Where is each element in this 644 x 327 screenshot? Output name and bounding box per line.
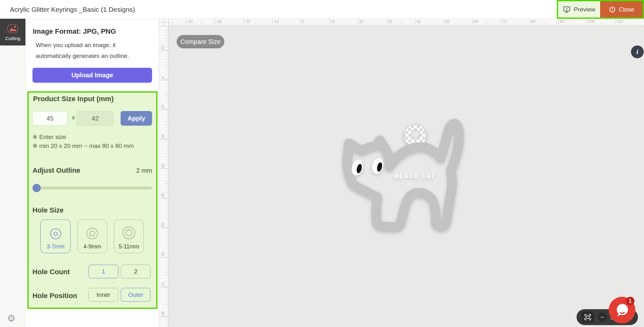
zoom-out-button[interactable]: − (598, 312, 607, 322)
hole-position-option-outer[interactable]: Outer (121, 288, 150, 302)
hole-size-option-4-9[interactable]: 4-9mm (77, 219, 107, 253)
adjust-outline-heading: Adjust Outline (32, 166, 80, 175)
hole-size-option-5-11[interactable]: 5-11mm (114, 219, 144, 253)
image-cut-icon (7, 24, 19, 34)
ruler-vertical: -1001020304050607080 (159, 26, 169, 327)
fit-screen-button[interactable] (581, 311, 594, 323)
hole-ring-icon (86, 227, 99, 241)
keyring-hole (411, 130, 420, 139)
description-line-2: automatically generates an outline. (36, 51, 129, 61)
description-line-1: When you upload an image, it (36, 40, 129, 51)
outline-slider[interactable] (32, 184, 152, 192)
hole-size-label: 3-7mm (46, 243, 64, 250)
outline-slider-thumb[interactable] (32, 184, 41, 192)
hole-count-option-1[interactable]: 1 (88, 265, 118, 278)
compare-size-button[interactable]: Compare Size (177, 35, 224, 48)
page-title: Acrylic Glitter Keyrings _Basic (1 Desig… (10, 0, 135, 19)
annotation-highlight-panel: Product Size Input (mm) x Apply ※ Enter … (27, 91, 158, 309)
info-button[interactable]: i (631, 45, 644, 58)
chat-badge: 1 (626, 297, 634, 305)
close-button-label: Close (619, 6, 634, 13)
design-text: BLACK CAT (395, 173, 435, 179)
upload-image-button[interactable]: Upload Image (32, 68, 152, 83)
design-canvas[interactable]: -40-30-20-100102030405060708090100110 -1… (159, 19, 644, 327)
tab-cutting[interactable]: Cutting (0, 19, 25, 45)
outline-value: 2 mm (136, 167, 152, 174)
settings-panel: Image Format: JPG, PNG When you upload a… (25, 19, 159, 327)
hole-ring-icon (49, 227, 62, 241)
size-note-2: ※ min 20 x 20 mm ~ max 80 x 80 mm (32, 142, 134, 150)
chat-button[interactable]: 1 (609, 297, 635, 324)
hole-position-heading: Hole Position (32, 292, 77, 300)
hole-size-options: 3-7mm 4-9mm 5-11mm (29, 219, 156, 254)
size-separator: x (72, 114, 75, 121)
hole-ring-icon (122, 226, 136, 241)
monitor-play-icon (563, 6, 570, 13)
minus-icon: − (600, 314, 604, 320)
close-button[interactable]: Close (600, 1, 643, 17)
outline-slider-track[interactable] (32, 186, 152, 190)
hole-count-heading: Hole Count (32, 268, 70, 276)
preview-button-label: Preview (574, 6, 595, 13)
fit-screen-icon (584, 313, 592, 321)
apply-button[interactable]: Apply (121, 111, 152, 126)
power-icon (609, 6, 616, 13)
preview-button[interactable]: Preview (558, 1, 600, 17)
ruler-horizontal: -40-30-20-100102030405060708090100110 (169, 19, 644, 26)
tab-cutting-label: Cutting (5, 36, 20, 41)
hole-size-label: 4-9mm (83, 243, 101, 250)
hole-size-option-3-7[interactable]: 3-7mm (40, 219, 71, 253)
annotation-highlight-topbar: Preview Close (557, 0, 644, 19)
image-format-heading: Image Format: JPG, PNG (33, 27, 116, 36)
hole-size-heading: Hole Size (32, 206, 64, 214)
app-window: Acrylic Glitter Keyrings _Basic (1 Desig… (0, 0, 644, 327)
image-format-description: When you upload an image, it automatical… (36, 40, 129, 61)
size-note-1: ※ Enter size (32, 133, 66, 141)
topbar: Acrylic Glitter Keyrings _Basic (1 Desig… (0, 0, 644, 19)
hole-position-option-inner[interactable]: Inner (88, 288, 118, 302)
ruler-origin-corner (159, 19, 169, 26)
height-input[interactable] (76, 111, 114, 126)
product-size-heading: Product Size Input (mm) (33, 95, 114, 103)
icon-sidebar: Cutting ⚙ (0, 19, 25, 327)
keyring-design[interactable]: BLACK CAT (331, 108, 474, 242)
width-input[interactable] (32, 111, 67, 126)
hole-count-option-2[interactable]: 2 (121, 265, 150, 278)
settings-gear-icon[interactable]: ⚙ (7, 314, 16, 323)
black-cat-artwork: BLACK CAT (347, 124, 459, 227)
hole-size-label: 5-11mm (119, 243, 139, 250)
